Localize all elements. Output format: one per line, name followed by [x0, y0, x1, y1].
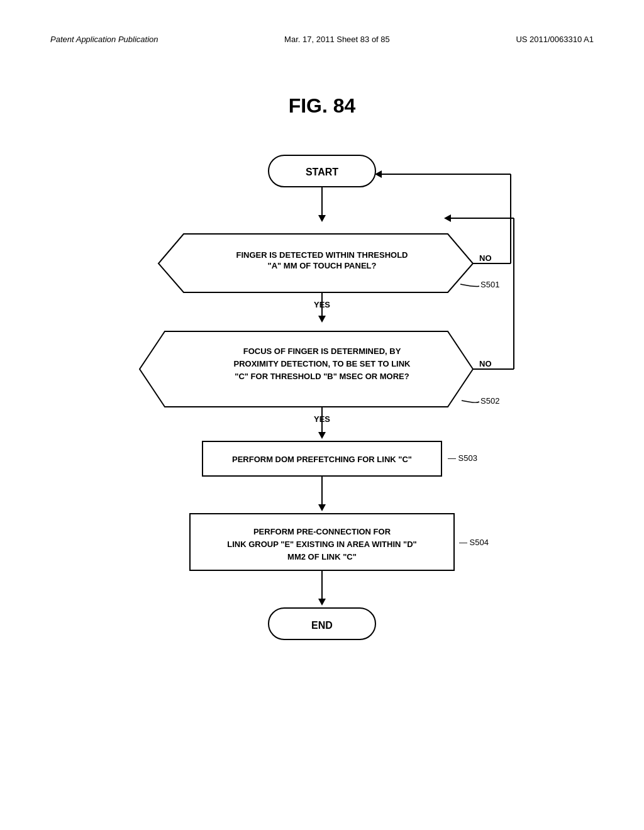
svg-text:PERFORM PRE-CONNECTION FOR: PERFORM PRE-CONNECTION FOR: [253, 527, 391, 536]
svg-text:START: START: [306, 167, 338, 177]
svg-marker-40: [318, 599, 326, 606]
publication-label: Patent Application Publication: [50, 35, 158, 44]
svg-marker-33: [318, 504, 326, 511]
svg-marker-28: [318, 432, 326, 439]
header: Patent Application Publication Mar. 17, …: [0, 0, 644, 44]
svg-text:"A" MM OF TOUCH PANEL?: "A" MM OF TOUCH PANEL?: [268, 261, 377, 270]
svg-text:FOCUS OF FINGER IS DETERMINED,: FOCUS OF FINGER IS DETERMINED, BY: [243, 346, 401, 356]
svg-text:PROXIMITY DETECTION, TO BE SET: PROXIMITY DETECTION, TO BE SET TO LINK: [234, 359, 411, 368]
header-left: Patent Application Publication: [50, 35, 158, 44]
flowchart: START FINGER IS DETECTED WITHIN THRESHOL…: [108, 143, 536, 761]
page: Patent Application Publication Mar. 17, …: [0, 0, 644, 830]
svg-text:"C" FOR THRESHOLD "B" MSEC OR : "C" FOR THRESHOLD "B" MSEC OR MORE?: [235, 372, 409, 381]
figure-title: FIG. 84: [0, 94, 644, 118]
svg-text:NO: NO: [479, 359, 492, 368]
svg-text:LINK GROUP "E" EXISTING IN ARE: LINK GROUP "E" EXISTING IN AREA WITHIN "…: [227, 540, 417, 549]
flowchart-svg: START FINGER IS DETECTED WITHIN THRESHOL…: [108, 143, 536, 759]
svg-marker-16: [140, 331, 473, 407]
svg-text:S501: S501: [480, 280, 499, 289]
svg-text:— S504: — S504: [459, 538, 489, 547]
svg-marker-10: [318, 316, 326, 323]
svg-text:END: END: [311, 620, 333, 631]
header-right: US 2011/0063310 A1: [516, 35, 594, 44]
patent-number-label: US 2011/0063310 A1: [516, 35, 594, 44]
svg-marker-3: [318, 215, 326, 222]
svg-text:PERFORM DOM PREFETCHING FOR LI: PERFORM DOM PREFETCHING FOR LINK "C": [232, 455, 412, 464]
svg-text:— S503: — S503: [448, 453, 477, 463]
svg-marker-25: [444, 214, 451, 222]
svg-text:FINGER IS DETECTED WITHIN THRE: FINGER IS DETECTED WITHIN THRESHOLD: [236, 250, 408, 260]
header-center: Mar. 17, 2011 Sheet 83 of 85: [284, 35, 390, 44]
svg-text:MM2 OF LINK "C": MM2 OF LINK "C": [287, 552, 357, 562]
date-sheet-label: Mar. 17, 2011 Sheet 83 of 85: [284, 35, 390, 44]
svg-text:S502: S502: [480, 396, 499, 406]
svg-text:NO: NO: [479, 253, 492, 263]
